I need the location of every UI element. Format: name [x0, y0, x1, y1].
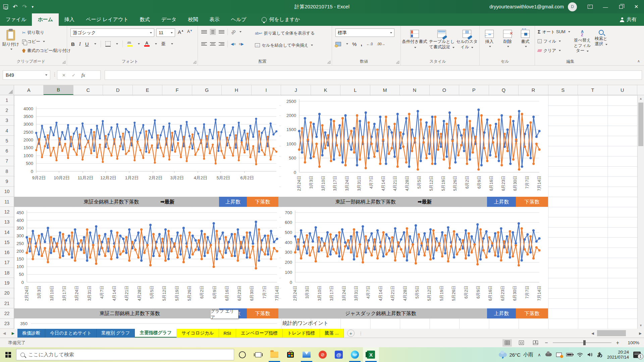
ribbon-tab-数式[interactable]: 数式: [134, 13, 156, 26]
percent-icon[interactable]: %: [352, 41, 357, 47]
ribbon-tab-ヘルプ[interactable]: ヘルプ: [225, 13, 252, 26]
ribbon-tab-挿入[interactable]: 挿入: [59, 13, 80, 26]
select-all-corner[interactable]: [0, 85, 14, 95]
ribbon-tab-校閲[interactable]: 校閲: [182, 13, 204, 26]
row-header-4[interactable]: 4: [0, 126, 14, 136]
bold-button[interactable]: B: [71, 41, 75, 47]
row-header-14[interactable]: 14: [0, 227, 14, 237]
column-header-Q[interactable]: Q: [489, 85, 519, 95]
share-button[interactable]: 共有: [612, 13, 644, 26]
row-header-7[interactable]: 7: [0, 156, 14, 166]
account-email[interactable]: dryyourtearswithlove1@gmail.com: [489, 4, 564, 9]
row-header-15[interactable]: 15: [0, 237, 14, 247]
onedrive-icon[interactable]: [545, 353, 552, 356]
column-header-L[interactable]: L: [340, 85, 370, 95]
name-box[interactable]: B49: [3, 70, 50, 80]
up-count-button[interactable]: 上昇数: [219, 197, 247, 207]
delete-cells-button[interactable]: ✕ 削除: [499, 27, 516, 47]
font-name-combo[interactable]: 游ゴシック: [70, 28, 154, 37]
column-header-I[interactable]: I: [252, 85, 281, 95]
row-header-17[interactable]: 17: [0, 258, 14, 268]
minimize-button[interactable]: —: [598, 0, 613, 13]
font-color-icon[interactable]: A: [144, 41, 150, 47]
horizontal-scrollbar[interactable]: ◀ ▶: [589, 329, 644, 338]
ribbon-tab-ファイル[interactable]: ファイル: [0, 13, 32, 26]
task-view-button[interactable]: [250, 347, 266, 362]
collapse-ribbon-icon[interactable]: ∧: [637, 59, 640, 63]
increase-decimal-icon[interactable]: ←.0: [366, 42, 373, 46]
find-select-button[interactable]: 検索と選択: [593, 27, 609, 47]
align-top-icon[interactable]: [201, 30, 207, 34]
hscroll-right-icon[interactable]: ▶: [637, 329, 644, 338]
align-middle-icon[interactable]: [210, 29, 216, 35]
file-explorer-button[interactable]: [266, 347, 282, 362]
sheet-tab-騰落[interactable]: 騰落 ...: [320, 329, 344, 338]
decrease-indent-icon[interactable]: ◀≡: [231, 42, 236, 46]
alignment-dialog-launcher-icon[interactable]: [327, 61, 330, 64]
accounting-format-icon[interactable]: [335, 42, 341, 46]
sort-filter-button[interactable]: AZ 並べ替えとフィルター: [572, 27, 593, 54]
cancel-icon[interactable]: ✕: [62, 73, 66, 78]
column-header-S[interactable]: S: [548, 85, 578, 95]
align-left-icon[interactable]: [201, 42, 207, 46]
column-header-K[interactable]: K: [311, 85, 340, 95]
sheet-nav-right-icon[interactable]: ▶: [9, 329, 17, 338]
chart-jasdaq[interactable]: 01002003004005006007002月24日3月3日3月10日3月17…: [281, 207, 548, 308]
column-header-G[interactable]: G: [192, 85, 222, 95]
row-header-16[interactable]: 16: [0, 248, 14, 258]
speaker-icon[interactable]: [587, 352, 593, 357]
column-header-T[interactable]: T: [578, 85, 607, 95]
column-header-O[interactable]: O: [430, 85, 459, 95]
column-header-H[interactable]: H: [222, 85, 251, 95]
edge-button[interactable]: [347, 347, 363, 362]
row-header-5[interactable]: 5: [0, 136, 14, 146]
mail-button[interactable]: [299, 347, 315, 362]
font-size-combo[interactable]: 11: [156, 28, 175, 37]
decrease-decimal-icon[interactable]: .00→: [377, 42, 385, 46]
restore-button[interactable]: [613, 0, 629, 13]
wifi-icon[interactable]: [577, 352, 583, 357]
chart-tse-first-section[interactable]: 050010001500200025002月24日3月3日3月10日3月17日3…: [281, 96, 548, 197]
zoom-level[interactable]: 100%: [624, 340, 639, 345]
cut-button[interactable]: ✂切り取り: [22, 28, 71, 37]
clipboard-dialog-launcher-icon[interactable]: [62, 61, 65, 64]
insert-function-icon[interactable]: fx: [82, 72, 85, 78]
row-header-1[interactable]: 1: [0, 95, 14, 105]
notification-center-icon[interactable]: 1: [633, 352, 641, 358]
row-header-23[interactable]: 23: [0, 319, 14, 329]
chart-partial-bottom[interactable]: 350: [15, 318, 278, 329]
font-dialog-launcher-icon[interactable]: [193, 61, 196, 64]
column-header-E[interactable]: E: [133, 85, 162, 95]
start-button[interactable]: [0, 347, 16, 362]
sheet-tab-今日のまとめサイト[interactable]: 今日のまとめサイト: [45, 329, 97, 338]
row-header-10[interactable]: 10: [0, 187, 14, 197]
sheet-tab-サイコロジカル[interactable]: サイコロジカル: [177, 329, 219, 338]
align-center-icon[interactable]: [210, 42, 216, 46]
hscroll-left-icon[interactable]: ◀: [589, 329, 596, 338]
clock[interactable]: 20:24 2021/07/14: [607, 350, 629, 360]
down-count-button[interactable]: 下落数: [247, 197, 278, 207]
tray-expand-icon[interactable]: ∧: [538, 352, 541, 357]
underline-button[interactable]: U: [85, 41, 89, 47]
column-header-U[interactable]: U: [608, 85, 637, 95]
row-header-19[interactable]: 19: [0, 278, 14, 288]
column-header-R[interactable]: R: [519, 85, 548, 95]
up-count-button[interactable]: 上昇数: [487, 197, 516, 207]
weather-widget[interactable]: 26°C 小雨: [499, 352, 534, 358]
zoom-in-icon[interactable]: +: [616, 340, 619, 346]
merge-center-button[interactable]: ↔ セルを結合して中央揃え: [255, 41, 313, 49]
increase-indent-icon[interactable]: ≡▶: [239, 42, 244, 46]
display-icon[interactable]: [556, 353, 562, 357]
sheet-tab-業種別グラフ[interactable]: 業種別 グラフ: [97, 329, 135, 338]
tell-me-box[interactable]: 何をしますか: [262, 13, 300, 26]
column-header-A[interactable]: A: [14, 85, 44, 95]
format-as-table-button[interactable]: テーブルとして書式設定: [428, 27, 455, 50]
formula-input[interactable]: [105, 70, 642, 80]
avatar[interactable]: D: [568, 2, 577, 11]
italic-button[interactable]: I: [79, 41, 81, 47]
ribbon-tab-表示[interactable]: 表示: [204, 13, 225, 26]
decrease-font-icon[interactable]: A▼: [187, 29, 193, 35]
row-header-8[interactable]: 8: [0, 166, 14, 176]
conditional-formatting-button[interactable]: 条件付き書式: [401, 27, 428, 50]
scroll-up-icon[interactable]: ▲: [638, 95, 644, 102]
